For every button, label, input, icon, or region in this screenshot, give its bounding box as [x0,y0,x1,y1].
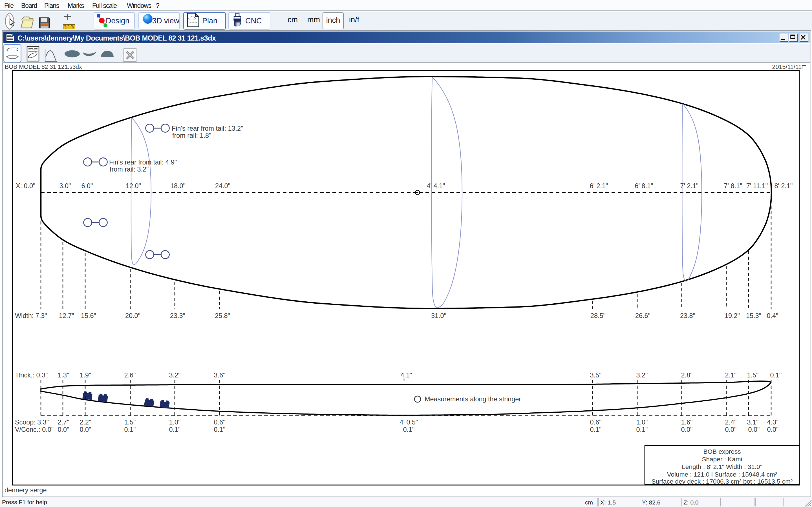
svg-text:24.0": 24.0" [215,182,231,189]
svg-text:12.7": 12.7" [59,312,74,320]
svg-text:1.3": 1.3" [58,372,69,379]
svg-text:-0.0": -0.0" [746,426,760,433]
svg-text:Measurements along the stringe: Measurements along the stringer [424,395,521,403]
svg-text:2015/11/11: 2015/11/11 [772,64,802,70]
svg-text:15.3": 15.3" [746,312,761,320]
svg-text:0.1": 0.1" [403,426,415,433]
svg-text:0.4": 0.4" [767,312,778,320]
svg-text:3.0": 3.0" [59,182,71,189]
svg-text:3.1": 3.1" [747,418,759,426]
svg-text:3.2": 3.2" [169,372,181,379]
svg-text:Volume : 121.0 l Surface : 15: Volume : 121.0 l Surface : 15948.4 cm² [667,471,777,478]
svg-text:7' 8.1": 7' 8.1" [724,182,742,189]
svg-text:23.8": 23.8" [680,312,695,320]
svg-text:0.1": 0.1" [124,426,136,433]
svg-text:X: 0.0": X: 0.0" [16,182,35,189]
svg-text:from rail: 1.8": from rail: 1.8" [172,132,211,139]
svg-text:Shaper : Kami: Shaper : Kami [702,456,742,463]
svg-text:1.0": 1.0" [169,418,181,426]
svg-text:0.1": 0.1" [590,426,602,433]
svg-text:3.2": 3.2" [637,372,648,379]
svg-text:6' 8.1": 6' 8.1" [635,182,653,189]
svg-text:from rail: 3.2": from rail: 3.2" [110,166,149,173]
svg-text:31.0": 31.0" [431,312,446,320]
svg-text:6.0": 6.0" [82,182,93,189]
svg-text:Width: 7.3": Width: 7.3" [15,312,47,320]
svg-text:15.6": 15.6" [81,312,96,320]
svg-text:2.1": 2.1" [725,372,737,379]
svg-text:4.3": 4.3" [767,418,779,426]
svg-text:Fin's rear from tail: 4.9": Fin's rear from tail: 4.9" [109,159,177,166]
svg-text:8' 2.1": 8' 2.1" [774,182,793,189]
svg-text:1.5": 1.5" [124,418,136,426]
svg-text:20.0": 20.0" [125,312,140,320]
svg-text:7' 2.1": 7' 2.1" [680,182,699,189]
svg-text:0.0": 0.0" [58,426,69,433]
svg-text:0.1": 0.1" [637,426,648,433]
svg-text:7' 11.1": 7' 11.1" [746,182,768,189]
svg-text:dennery serge: dennery serge [4,487,47,494]
svg-text:Thick.: 0.3": Thick.: 0.3" [15,372,48,379]
svg-text:3.5": 3.5" [590,372,602,379]
svg-text:2.7": 2.7" [58,418,69,426]
svg-text:V/Conc.: 0.0": V/Conc.: 0.0" [15,426,54,433]
svg-text:Surface dev deck : 17006.3 cm²: Surface dev deck : 17006.3 cm² bot : 165… [651,478,793,485]
svg-text:0.0": 0.0" [725,426,737,433]
svg-text:2.4": 2.4" [725,418,737,426]
svg-text:1.9": 1.9" [80,372,91,379]
svg-text:3.6": 3.6" [214,372,225,379]
svg-text:2.8": 2.8" [681,372,693,379]
svg-text:0.0": 0.0" [80,426,91,433]
svg-text:19.2": 19.2" [725,312,740,320]
svg-text:1.0": 1.0" [637,418,648,426]
svg-text:0.0": 0.0" [767,426,779,433]
svg-text:Fin's rear from tail: 13.2": Fin's rear from tail: 13.2" [172,125,243,132]
svg-text:4.1": 4.1" [401,372,412,379]
svg-text:4' 4.1": 4' 4.1" [427,182,445,189]
svg-text:Scoop: 3.3": Scoop: 3.3" [15,418,49,426]
svg-text:23.3": 23.3" [170,312,185,320]
svg-text:2.6": 2.6" [124,372,136,379]
svg-text:26.6": 26.6" [635,312,651,320]
svg-text:4' 0.5": 4' 0.5" [400,418,418,426]
svg-text:0.1": 0.1" [169,426,181,433]
svg-text:0.0": 0.0" [681,426,693,433]
svg-text:6' 2.1": 6' 2.1" [590,182,608,189]
svg-text:25.8": 25.8" [215,312,230,320]
svg-text:0.6": 0.6" [590,418,602,426]
svg-text:0.1": 0.1" [214,426,225,433]
svg-text:12.0": 12.0" [126,182,141,189]
svg-text:BOB express: BOB express [703,448,741,455]
svg-text:18.0": 18.0" [170,182,186,189]
svg-text:1.5": 1.5" [747,372,759,379]
svg-text:1.6": 1.6" [681,418,693,426]
svg-text:0.6": 0.6" [214,418,225,426]
svg-text:Length : 8' 2.1" Width : 31.0: Length : 8' 2.1" Width : 31.0" [682,463,762,470]
svg-text:0.1": 0.1" [770,372,782,379]
svg-text:2.2": 2.2" [80,418,91,426]
svg-text:28.5": 28.5" [591,312,606,320]
svg-text:BOB MODEL 82 31 121.s3dx: BOB MODEL 82 31 121.s3dx [5,63,82,70]
